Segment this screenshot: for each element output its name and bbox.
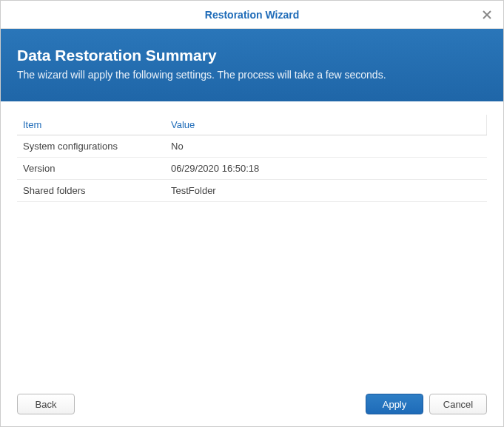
banner-subtitle: The wizard will apply the following sett… bbox=[17, 69, 487, 81]
footer: Back Apply Cancel bbox=[1, 383, 503, 426]
restoration-wizard-dialog: Restoration Wizard Data Restoration Summ… bbox=[0, 0, 504, 427]
close-icon bbox=[482, 10, 492, 20]
back-button[interactable]: Back bbox=[17, 394, 75, 414]
dialog-title: Restoration Wizard bbox=[205, 9, 299, 21]
table-row: System configurations No bbox=[17, 135, 487, 158]
close-button[interactable] bbox=[478, 6, 496, 24]
row-value: 06/29/2020 16:50:18 bbox=[165, 158, 487, 180]
apply-button[interactable]: Apply bbox=[366, 394, 423, 414]
column-header-value: Value bbox=[165, 115, 487, 135]
banner: Data Restoration Summary The wizard will… bbox=[1, 29, 503, 101]
row-item: Version bbox=[17, 158, 165, 180]
column-header-item: Item bbox=[17, 115, 165, 135]
cancel-button[interactable]: Cancel bbox=[429, 394, 487, 414]
row-item: System configurations bbox=[17, 135, 165, 158]
table-row: Version 06/29/2020 16:50:18 bbox=[17, 158, 487, 180]
row-value: No bbox=[165, 135, 487, 158]
table-row: Shared folders TestFolder bbox=[17, 180, 487, 202]
table-header-row: Item Value bbox=[17, 115, 487, 135]
summary-table: Item Value System configurations No Vers… bbox=[17, 115, 487, 202]
row-item: Shared folders bbox=[17, 180, 165, 202]
titlebar: Restoration Wizard bbox=[1, 1, 503, 29]
row-value: TestFolder bbox=[165, 180, 487, 202]
banner-title: Data Restoration Summary bbox=[17, 47, 487, 64]
content-area: Item Value System configurations No Vers… bbox=[1, 101, 503, 383]
